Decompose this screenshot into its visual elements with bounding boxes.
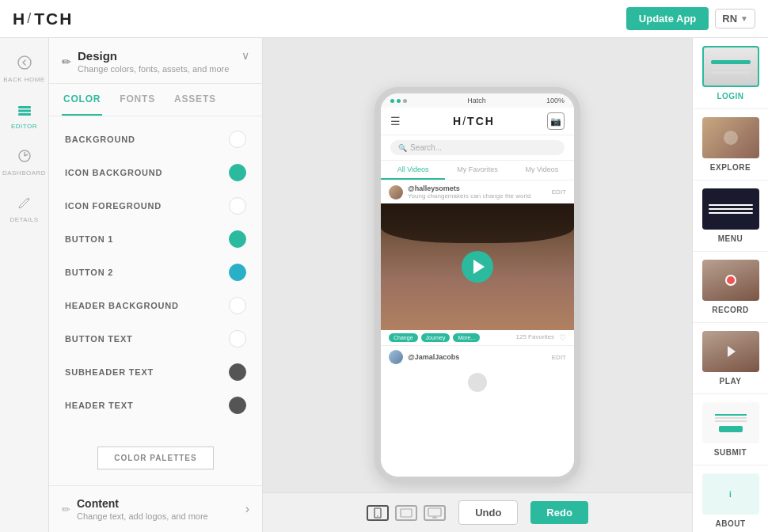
panel-header-left: ✏ Design Change colors, fonts, assets, a… — [62, 49, 229, 74]
chevron-down-icon: ▼ — [740, 14, 748, 23]
thumb-about: i — [702, 473, 759, 515]
right-item-about[interactable]: i ABOUT — [693, 466, 768, 532]
update-app-button[interactable]: Update App — [626, 7, 709, 30]
color-swatch-background[interactable] — [229, 131, 246, 148]
color-label-button-text: BUTTON TEXT — [65, 334, 133, 344]
right-label-record: RECORD — [712, 306, 748, 314]
tab-assets[interactable]: ASSETS — [173, 84, 218, 116]
color-item-icon-background[interactable]: ICON BACKGROUND — [49, 156, 262, 189]
right-item-record[interactable]: RECORD — [693, 252, 768, 323]
color-item-button1[interactable]: BUTTON 1 — [49, 222, 262, 256]
color-item-icon-foreground[interactable]: ICON FOREGROUND — [49, 189, 262, 222]
search-input-area[interactable]: 🔍 Search... — [390, 140, 565, 155]
app-logo: H / TCH — [13, 10, 73, 28]
tab-color[interactable]: COLOR — [62, 84, 102, 116]
heart-icon[interactable]: ♡ — [559, 333, 566, 342]
camera-icon[interactable]: 📷 — [547, 112, 565, 130]
nav-actions: Update App RN ▼ — [626, 7, 755, 30]
right-item-play[interactable]: PLAY — [693, 323, 768, 394]
color-item-background[interactable]: BACKGROUND — [49, 123, 262, 156]
sidebar-label-back: BACK HOME — [3, 76, 45, 83]
left-sidebar: BACK HOME EDITOR DASHBOARD DETAILS — [0, 38, 49, 532]
back-icon — [14, 52, 35, 73]
sidebar-item-back-home[interactable]: BACK HOME — [0, 44, 48, 91]
right-item-submit[interactable]: SUBMIT — [693, 394, 768, 466]
search-icon: 🔍 — [398, 144, 407, 152]
phone-tab-favorites[interactable]: My Favorites — [445, 161, 509, 180]
color-swatch-button-text[interactable] — [229, 330, 246, 348]
phone-tab-all-videos[interactable]: All Videos — [381, 161, 445, 180]
color-label-header-background: HEADER BACKGROUND — [65, 301, 179, 310]
next-username: @JamalJacobs — [408, 353, 459, 361]
user-info: @halleysomets Young changemakers can cha… — [408, 184, 530, 200]
color-swatch-icon-foreground[interactable] — [229, 197, 246, 215]
canvas-bottom-bar: Undo Redo — [263, 492, 692, 532]
tablet-device-icon[interactable] — [395, 505, 417, 521]
tab-fonts[interactable]: FONTS — [118, 84, 157, 116]
right-item-explore[interactable]: EXPLORE — [693, 109, 768, 180]
svg-rect-1 — [18, 106, 31, 108]
video-user-row: @halleysomets Young changemakers can cha… — [381, 180, 574, 203]
right-label-submit: SUBMIT — [714, 448, 747, 457]
color-item-button-text[interactable]: BUTTON TEXT — [49, 322, 262, 355]
edit-label[interactable]: EDIT — [552, 188, 566, 196]
color-item-header-background[interactable]: HEADER BACKGROUND — [49, 289, 262, 322]
main-layout: BACK HOME EDITOR DASHBOARD DETAILS ✏ — [0, 38, 768, 532]
sidebar-item-details[interactable]: DETAILS — [0, 184, 48, 231]
panel-subtitle: Change colors, fonts, assets, and more — [78, 64, 229, 74]
phone-mockup: Hatch 100% ☰ H/TCH 📷 🔍 Search... All Vid… — [374, 87, 580, 483]
favorites-count: 125 Favorites — [516, 333, 554, 342]
tag-journey[interactable]: Journey — [421, 333, 451, 342]
color-swatch-icon-background[interactable] — [229, 164, 246, 181]
color-label-button1: BUTTON 1 — [65, 234, 113, 244]
search-placeholder: Search... — [410, 143, 442, 152]
right-item-menu[interactable]: MENU — [693, 180, 768, 252]
color-item-subheader-text[interactable]: SUBHEADER TEXT — [49, 355, 262, 389]
next-edit-label[interactable]: EDIT — [552, 354, 566, 361]
right-label-about: ABOUT — [715, 519, 745, 528]
color-tabs: COLOR FONTS ASSETS — [49, 84, 262, 116]
mobile-device-icon[interactable] — [367, 505, 389, 521]
sidebar-item-dashboard[interactable]: DASHBOARD — [0, 138, 48, 184]
color-swatch-button1[interactable] — [229, 230, 246, 248]
panel-header: ✏ Design Change colors, fonts, assets, a… — [49, 38, 262, 84]
panel-title-block: Design Change colors, fonts, assets, and… — [78, 49, 229, 74]
sidebar-item-editor[interactable]: EDITOR — [0, 91, 48, 138]
next-user-avatar — [389, 350, 403, 364]
thumb-explore — [702, 117, 759, 158]
panel-collapse-icon[interactable]: ∨ — [241, 49, 249, 62]
right-item-login[interactable]: LOGIN — [693, 38, 768, 109]
color-palettes-button[interactable]: COLOR PALETTES — [97, 446, 213, 469]
thumb-menu — [702, 188, 759, 230]
username: @halleysomets — [408, 184, 530, 192]
comment-input-circle[interactable] — [468, 373, 487, 392]
thumb-submit — [702, 402, 759, 443]
color-swatch-button2[interactable] — [229, 264, 246, 281]
color-item-header-text[interactable]: HEADER TEXT — [49, 389, 262, 422]
svg-rect-8 — [428, 508, 441, 516]
phone-status-bar: Hatch 100% — [381, 93, 574, 108]
video-thumbnail[interactable] — [381, 203, 574, 330]
signal-dot-3 — [403, 99, 407, 103]
color-swatch-header-background[interactable] — [229, 297, 246, 314]
right-label-explore: EXPLORE — [710, 163, 751, 172]
content-section[interactable]: ✏ Content Change text, add logos, and mo… — [49, 485, 262, 532]
design-pencil-icon: ✏ — [62, 55, 71, 68]
right-label-login: LOGIN — [717, 92, 743, 101]
color-swatch-header-text[interactable] — [229, 397, 246, 414]
tag-more[interactable]: More... — [453, 333, 480, 342]
color-swatch-subheader-text[interactable] — [229, 363, 246, 381]
tag-change[interactable]: Change — [389, 333, 418, 342]
redo-button[interactable]: Redo — [530, 501, 588, 524]
battery-label: 100% — [546, 97, 565, 104]
undo-button[interactable]: Undo — [458, 500, 518, 525]
phone-tab-my-videos[interactable]: My Videos — [510, 161, 574, 180]
user-menu[interactable]: RN ▼ — [715, 9, 755, 28]
desktop-device-icon[interactable] — [424, 505, 446, 521]
play-triangle-icon — [473, 260, 485, 274]
color-item-button2[interactable]: BUTTON 2 — [49, 256, 262, 289]
user-avatar — [389, 185, 403, 200]
hamburger-icon[interactable]: ☰ — [390, 115, 401, 127]
user-bio: Young changemakers can change the world — [408, 192, 530, 200]
play-button[interactable] — [462, 251, 493, 283]
